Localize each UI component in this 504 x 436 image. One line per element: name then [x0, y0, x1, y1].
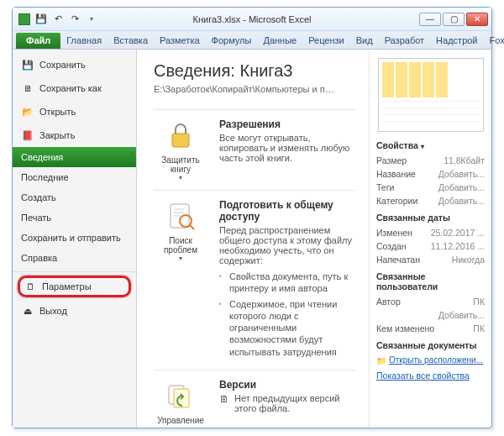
undo-icon[interactable]: ↶: [51, 13, 65, 26]
tab-view[interactable]: Вид: [350, 33, 379, 49]
close-button[interactable]: ✕: [466, 13, 488, 26]
info-heading: Сведения: Книга3: [154, 61, 355, 81]
prepare-text: Подготовить к общему доступу Перед распр…: [219, 199, 355, 361]
sidebar-share[interactable]: Сохранить и отправить: [13, 228, 136, 248]
sidebar-help[interactable]: Справка: [13, 248, 136, 268]
window-controls: — ▢ ✕: [419, 13, 491, 26]
button-label: Поиск проблем: [154, 236, 207, 255]
quick-access-toolbar: 💾 ↶ ↷ ▾: [13, 13, 98, 26]
excel-icon: [18, 13, 31, 26]
info-panel: Сведения: Книга3 E:\Заработок\Копирайт\К…: [137, 50, 369, 428]
maximize-button[interactable]: ▢: [443, 13, 465, 26]
backstage: 💾Сохранить 🗎Сохранить как 📂Открыть 📕Закр…: [13, 50, 491, 428]
prop-printed: НапечатанНикогда: [376, 253, 485, 266]
sidebar-print[interactable]: Печать: [13, 207, 136, 228]
sidebar-label: Последние: [21, 172, 69, 182]
tab-foxit[interactable]: Foxit PD: [484, 33, 504, 49]
tab-addins[interactable]: Надстрой: [430, 33, 483, 49]
tab-home[interactable]: Главная: [60, 33, 108, 49]
manage-versions-button[interactable]: Управление версиями ▾: [154, 379, 207, 428]
titlebar: 💾 ↶ ↷ ▾ Книга3.xlsx - Microsoft Excel — …: [13, 8, 491, 31]
protect-workbook-button[interactable]: Защитить книгу ▾: [154, 118, 207, 181]
prop-size: Размер11,8Кбайт: [376, 154, 485, 167]
dropdown-icon: ▾: [154, 255, 207, 262]
save-icon[interactable]: 💾: [34, 13, 48, 26]
sidebar-label: Закрыть: [39, 130, 75, 140]
related-docs-heading: Связанные документы: [376, 340, 485, 350]
bullet-item: Свойства документа, путь к принтеру и им…: [219, 271, 355, 295]
redo-icon[interactable]: ↷: [68, 13, 81, 26]
document-icon: 🗎: [219, 393, 229, 405]
sidebar-label: Выход: [39, 306, 67, 316]
versions-text: Версии 🗎 Нет предыдущих версий этого фай…: [219, 379, 355, 428]
minimize-button[interactable]: —: [419, 13, 441, 26]
prop-author-add[interactable]: Добавить...: [376, 308, 485, 322]
sidebar-save-as[interactable]: 🗎Сохранить как: [13, 76, 136, 100]
tab-insert[interactable]: Вставка: [108, 33, 154, 49]
options-icon: 🗒: [24, 280, 37, 293]
block-desc: Перед распространением общего доступа к …: [219, 225, 355, 265]
bullet-item: Содержимое, при чтении которого люди с о…: [219, 298, 355, 358]
button-label: Защитить книгу: [154, 155, 207, 174]
sidebar-options[interactable]: 🗒Параметры: [18, 276, 131, 297]
sidebar-divider: [13, 271, 136, 272]
prop-categories[interactable]: КатегорииДобавить...: [376, 194, 485, 207]
sidebar-recent[interactable]: Последние: [13, 167, 136, 187]
sidebar-save[interactable]: 💾Сохранить: [13, 53, 136, 76]
folder-open-icon: 📂: [21, 105, 34, 118]
exit-icon: ⏏: [21, 304, 34, 318]
check-issues-button[interactable]: Поиск проблем ▾: [154, 199, 207, 361]
sidebar-info[interactable]: Сведения: [13, 147, 136, 167]
block-desc: Все могут открывать, копировать и изменя…: [219, 133, 355, 163]
svg-line-3: [190, 225, 194, 229]
permissions-text: Разрешения Все могут открывать, копирова…: [219, 118, 355, 181]
show-all-properties-link[interactable]: Показать все свойства: [376, 370, 485, 381]
save-as-icon: 🗎: [21, 81, 34, 95]
tab-formulas[interactable]: Формулы: [206, 33, 258, 49]
dropdown-icon: ▾: [154, 174, 207, 181]
sidebar-label: Сохранить и отправить: [21, 233, 121, 243]
svg-rect-0: [172, 134, 189, 147]
file-path: E:\Заработок\Копирайт\Компьютеры и прогр…: [154, 84, 339, 94]
dropdown-icon: ▾: [421, 143, 424, 150]
tab-review[interactable]: Рецензи: [302, 33, 350, 49]
prop-lastmod: Кем измененоПК: [376, 322, 485, 335]
sidebar-label: Сведения: [21, 152, 63, 162]
block-title: Версии: [219, 379, 355, 391]
folder-icon: 📁: [376, 356, 386, 365]
sidebar-label: Открыть: [39, 107, 76, 117]
block-title: Разрешения: [219, 118, 355, 130]
prop-title[interactable]: НазваниеДобавить...: [376, 167, 485, 181]
backstage-sidebar: 💾Сохранить 🗎Сохранить как 📂Открыть 📕Закр…: [13, 50, 137, 428]
tab-developer[interactable]: Разработ: [379, 33, 430, 49]
block-title: Подготовить к общему доступу: [219, 199, 355, 223]
sidebar-label: Сохранить как: [39, 83, 102, 93]
tab-file[interactable]: Файл: [16, 33, 60, 49]
sidebar-exit[interactable]: ⏏Выход: [13, 299, 136, 323]
versions-block: Управление версиями ▾ Версии 🗎 Нет преды…: [154, 370, 355, 428]
properties-panel: Свойства ▾ Размер11,8Кбайт НазваниеДобав…: [369, 50, 491, 428]
sidebar-close[interactable]: 📕Закрыть: [13, 123, 136, 147]
prop-tags[interactable]: ТегиДобавить...: [376, 181, 485, 194]
ribbon-tabs: Файл Главная Вставка Разметка Формулы Да…: [13, 31, 491, 50]
permissions-block: Защитить книгу ▾ Разрешения Все могут от…: [154, 109, 355, 190]
tab-layout[interactable]: Разметка: [154, 33, 206, 49]
save-icon: 💾: [21, 58, 34, 71]
related-dates-heading: Связанные даты: [376, 213, 485, 223]
sidebar-new[interactable]: Создать: [13, 187, 136, 207]
sidebar-label: Параметры: [42, 281, 92, 292]
sidebar-label: Справка: [21, 253, 57, 263]
prop-created: Создан11.12.2016 ...: [376, 239, 485, 253]
qat-dropdown-icon[interactable]: ▾: [85, 13, 98, 26]
close-file-icon: 📕: [21, 129, 34, 142]
button-label: Управление версиями: [154, 416, 207, 428]
sidebar-label: Создать: [21, 192, 56, 202]
lock-icon: [164, 118, 197, 152]
properties-heading[interactable]: Свойства ▾: [376, 140, 485, 150]
sidebar-open[interactable]: 📂Открыть: [13, 100, 136, 123]
document-thumbnail[interactable]: [378, 58, 484, 132]
open-location-link[interactable]: 📁Открыть расположени...: [376, 355, 485, 365]
block-desc: Нет предыдущих версий этого файла.: [234, 393, 355, 413]
sidebar-label: Печать: [21, 213, 51, 223]
tab-data[interactable]: Данные: [257, 33, 302, 49]
